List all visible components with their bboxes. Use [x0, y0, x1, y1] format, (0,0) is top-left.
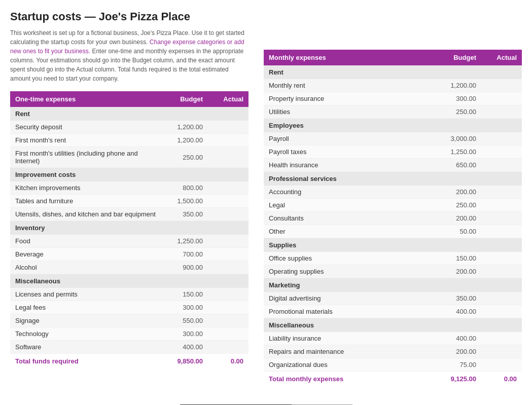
row-label: Legal fees — [10, 301, 167, 314]
row-label: Technology — [10, 327, 167, 341]
category-row: Miscellaneous — [10, 274, 249, 288]
table-row: Repairs and maintenance200.00 — [264, 345, 522, 358]
row-actual[interactable] — [481, 159, 522, 172]
row-label: Promotional materials — [264, 305, 441, 318]
row-actual[interactable] — [208, 261, 249, 274]
row-actual[interactable] — [208, 248, 249, 261]
table-row: First month's utilities (including phone… — [10, 147, 249, 168]
row-budget[interactable]: 400.00 — [441, 305, 481, 318]
row-actual[interactable] — [208, 208, 249, 221]
row-label: Operating supplies — [264, 265, 441, 278]
category-row: Rent — [264, 65, 522, 79]
one-time-table: One-time expenses Budget Actual RentSecu… — [10, 91, 249, 369]
table-row: Licenses and permits150.00 — [10, 288, 249, 301]
row-actual[interactable] — [481, 265, 522, 278]
row-budget[interactable]: 550.00 — [167, 314, 208, 327]
row-label: Property insurance — [264, 92, 441, 105]
table-row: Other50.00 — [264, 225, 522, 238]
row-actual[interactable] — [481, 132, 522, 145]
row-budget[interactable]: 3,000.00 — [441, 132, 481, 145]
category-row: Improvement costs — [10, 168, 249, 182]
row-actual[interactable] — [481, 358, 522, 372]
row-label: Software — [10, 341, 167, 354]
row-budget[interactable]: 350.00 — [441, 292, 481, 305]
row-actual[interactable] — [208, 134, 249, 147]
row-actual[interactable] — [208, 181, 249, 195]
row-budget[interactable]: 75.00 — [441, 358, 481, 372]
table-row: Security deposit1,200.00 — [10, 121, 249, 134]
row-budget[interactable]: 300.00 — [167, 301, 208, 314]
row-actual[interactable] — [208, 327, 249, 341]
row-budget[interactable]: 1,250.00 — [441, 145, 481, 159]
table-row: Office supplies150.00 — [264, 252, 522, 265]
row-label: Payroll taxes — [264, 145, 441, 159]
row-budget[interactable]: 1,250.00 — [167, 235, 208, 248]
row-budget[interactable]: 200.00 — [441, 265, 481, 278]
row-label: Beverage — [10, 248, 167, 261]
row-actual[interactable] — [208, 301, 249, 314]
row-budget[interactable]: 900.00 — [167, 261, 208, 274]
row-budget[interactable]: 1,200.00 — [167, 121, 208, 134]
row-actual[interactable] — [208, 341, 249, 354]
row-budget[interactable]: 650.00 — [441, 159, 481, 172]
row-actual[interactable] — [481, 186, 522, 199]
row-label: First month's utilities (including phone… — [10, 147, 167, 168]
row-actual[interactable] — [208, 235, 249, 248]
row-actual[interactable] — [481, 92, 522, 105]
row-actual[interactable] — [481, 212, 522, 225]
row-budget[interactable]: 150.00 — [441, 252, 481, 265]
row-actual[interactable] — [208, 147, 249, 168]
row-budget[interactable]: 1,500.00 — [167, 195, 208, 208]
row-label: Liability insurance — [264, 332, 441, 345]
row-actual[interactable] — [208, 195, 249, 208]
row-budget[interactable]: 150.00 — [167, 288, 208, 301]
row-actual[interactable] — [481, 225, 522, 238]
row-budget[interactable]: 250.00 — [441, 199, 481, 212]
row-budget[interactable]: 1,200.00 — [441, 79, 481, 92]
total-label: Total funds required — [10, 354, 167, 369]
row-actual[interactable] — [481, 292, 522, 305]
row-budget[interactable]: 200.00 — [441, 212, 481, 225]
row-actual[interactable] — [481, 345, 522, 358]
row-budget[interactable]: 800.00 — [167, 181, 208, 195]
row-actual[interactable] — [481, 79, 522, 92]
row-actual[interactable] — [481, 305, 522, 318]
row-budget[interactable]: 300.00 — [167, 327, 208, 341]
row-budget[interactable]: 250.00 — [441, 105, 481, 119]
row-budget[interactable]: 400.00 — [441, 332, 481, 345]
table-row: First month's rent1,200.00 — [10, 134, 249, 147]
row-budget[interactable]: 300.00 — [441, 92, 481, 105]
description: This worksheet is set up for a fictional… — [10, 28, 249, 83]
row-actual[interactable] — [481, 145, 522, 159]
row-actual[interactable] — [481, 252, 522, 265]
table-row: Kitchen improvements800.00 — [10, 181, 249, 195]
total-row: Total monthly expenses9,125.000.00 — [264, 372, 522, 387]
category-row: Miscellaneous — [264, 318, 522, 333]
one-time-label: One-time expenses — [10, 91, 167, 107]
row-actual[interactable] — [481, 199, 522, 212]
row-actual[interactable] — [481, 105, 522, 119]
total-label: Total monthly expenses — [264, 372, 441, 387]
row-actual[interactable] — [208, 314, 249, 327]
row-budget[interactable]: 200.00 — [441, 345, 481, 358]
monthly-table: Monthly expenses Budget Actual RentMonth… — [264, 50, 522, 386]
row-budget[interactable]: 200.00 — [441, 186, 481, 199]
monthly-body: RentMonthly rent1,200.00Property insuran… — [264, 65, 522, 386]
table-row: Legal250.00 — [264, 199, 522, 212]
row-budget[interactable]: 400.00 — [167, 341, 208, 354]
one-time-budget-col: Budget — [167, 91, 208, 107]
row-budget[interactable]: 700.00 — [167, 248, 208, 261]
row-budget[interactable]: 50.00 — [441, 225, 481, 238]
table-row: Promotional materials400.00 — [264, 305, 522, 318]
row-label: Kitchen improvements — [10, 181, 167, 195]
row-label: Utilities — [264, 105, 441, 119]
row-budget[interactable]: 1,200.00 — [167, 134, 208, 147]
highlight-text: Change expense categories or add new one… — [10, 39, 244, 55]
row-budget[interactable]: 350.00 — [167, 208, 208, 221]
row-budget[interactable]: 250.00 — [167, 147, 208, 168]
one-time-actual-col: Actual — [208, 91, 249, 107]
row-actual[interactable] — [208, 121, 249, 134]
category-row: Rent — [10, 107, 249, 121]
row-actual[interactable] — [481, 332, 522, 345]
row-actual[interactable] — [208, 288, 249, 301]
